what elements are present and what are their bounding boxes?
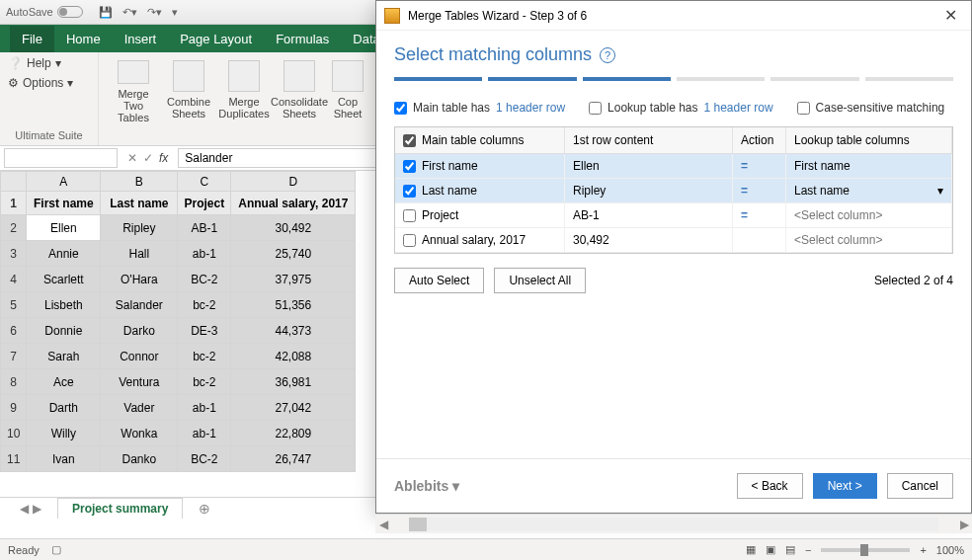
merge-duplicates-button[interactable]: MergeDuplicates	[217, 56, 271, 127]
cell[interactable]: Wonka	[101, 421, 178, 446]
cell[interactable]: Hall	[101, 241, 178, 267]
header-cell[interactable]: First name	[27, 192, 101, 215]
cancel-button[interactable]: Cancel	[887, 473, 953, 499]
cell[interactable]: 37,975	[231, 267, 356, 292]
add-sheet-button[interactable]: ⊕	[189, 501, 220, 517]
row-header[interactable]: 3	[1, 241, 27, 267]
cell[interactable]: Annie	[27, 241, 101, 267]
cell[interactable]: BC-2	[178, 267, 231, 292]
cell[interactable]: Ace	[27, 369, 101, 395]
help-button[interactable]: ❔Help ▾	[8, 56, 90, 70]
select-all-columns-checkbox[interactable]	[403, 134, 416, 147]
row-header[interactable]: 6	[1, 318, 27, 344]
tab-file[interactable]: File	[10, 26, 54, 52]
cell[interactable]: BC-2	[178, 446, 231, 472]
lookup-column-select[interactable]: <Select column>	[786, 228, 952, 252]
auto-select-button[interactable]: Auto Select	[394, 268, 484, 293]
cell[interactable]: Darko	[101, 318, 178, 344]
main-header-link[interactable]: 1 header row	[496, 101, 565, 115]
scroll-left-icon[interactable]: ◀	[375, 518, 391, 531]
accept-formula-icon[interactable]: ✓	[143, 151, 153, 165]
merge-two-tables-button[interactable]: MergeTwo Tables	[107, 56, 160, 127]
row-header[interactable]: 7	[1, 344, 27, 369]
worksheet-grid[interactable]: A B C D 1First nameLast nameProjectAnnua…	[0, 171, 356, 472]
cell[interactable]: 44,373	[231, 318, 356, 344]
options-button[interactable]: ⚙Options ▾	[8, 76, 90, 90]
cell[interactable]: Ivan	[27, 446, 101, 472]
zoom-in-icon[interactable]: +	[920, 544, 926, 556]
case-sensitive-checkbox[interactable]: Case-sensitive matching	[797, 101, 945, 115]
header-cell[interactable]: Annual salary, 2017	[231, 192, 356, 215]
view-page-layout-icon[interactable]: ▣	[766, 543, 775, 556]
cell[interactable]: Willy	[27, 421, 101, 446]
dialog-titlebar[interactable]: Merge Tables Wizard - Step 3 of 6 ✕	[376, 1, 971, 31]
cell[interactable]: Vader	[101, 395, 178, 421]
next-button[interactable]: Next >	[813, 473, 877, 499]
consolidate-sheets-button[interactable]: ConsolidateSheets	[273, 56, 326, 127]
cell[interactable]: Ellen	[27, 215, 101, 241]
cell[interactable]: 22,809	[231, 421, 356, 446]
matching-row[interactable]: Last nameRipley=Last name▾	[395, 179, 952, 203]
lookup-column-select[interactable]: First name	[786, 154, 952, 178]
back-button[interactable]: < Back	[737, 473, 803, 499]
cell[interactable]: O'Hara	[101, 267, 178, 292]
sheet-tab-active[interactable]: Project summary	[57, 498, 183, 519]
matching-row[interactable]: First nameEllen=First name	[395, 154, 952, 179]
cell[interactable]: DE-3	[178, 318, 231, 344]
row-header[interactable]: 5	[1, 292, 27, 318]
row-checkbox[interactable]	[403, 234, 416, 247]
cell[interactable]: Scarlett	[27, 267, 101, 292]
col-header-D[interactable]: D	[231, 172, 356, 192]
cell[interactable]: 26,747	[231, 446, 356, 472]
cell[interactable]: bc-2	[178, 369, 231, 395]
unselect-all-button[interactable]: Unselect All	[494, 268, 586, 293]
row-header[interactable]: 2	[1, 215, 27, 241]
ablebits-brand[interactable]: Ablebits ▾	[394, 478, 459, 494]
lookup-header-link[interactable]: 1 header row	[704, 101, 773, 115]
select-all-cell[interactable]	[1, 172, 27, 192]
matching-row[interactable]: Annual salary, 201730,492<Select column>	[395, 228, 952, 253]
row-header[interactable]: 4	[1, 267, 27, 292]
tab-home[interactable]: Home	[54, 26, 113, 52]
matching-row[interactable]: ProjectAB-1=<Select column>	[395, 203, 952, 228]
cell[interactable]: 27,042	[231, 395, 356, 421]
sheet-nav-prev-icon[interactable]: ◀	[20, 502, 29, 516]
name-box[interactable]	[4, 148, 118, 168]
chevron-down-icon[interactable]: ▾	[937, 184, 943, 198]
cell[interactable]: 25,740	[231, 241, 356, 267]
horizontal-scrollbar[interactable]: ◀ ▶	[375, 514, 972, 533]
cell[interactable]: ab-1	[178, 395, 231, 421]
cell[interactable]: Lisbeth	[27, 292, 101, 318]
cell[interactable]: bc-2	[178, 344, 231, 369]
autosave-switch-icon[interactable]	[57, 6, 83, 18]
header-cell[interactable]: Project	[178, 192, 231, 215]
row-header[interactable]: 11	[1, 446, 27, 472]
tab-insert[interactable]: Insert	[113, 26, 169, 52]
save-icon[interactable]: 💾	[99, 6, 113, 19]
cell[interactable]: Donnie	[27, 318, 101, 344]
qat-more-icon[interactable]: ▾	[172, 6, 178, 19]
col-header-B[interactable]: B	[101, 172, 178, 192]
lookup-column-select[interactable]: <Select column>	[786, 203, 952, 227]
lookup-table-header-checkbox[interactable]: Lookup table has 1 header row	[589, 101, 772, 115]
zoom-out-icon[interactable]: −	[805, 544, 811, 556]
undo-icon[interactable]: ↶▾	[122, 6, 137, 19]
cell[interactable]: AB-1	[178, 215, 231, 241]
row-checkbox[interactable]	[403, 209, 416, 222]
lookup-column-select[interactable]: Last name▾	[786, 179, 952, 202]
col-header-C[interactable]: C	[178, 172, 231, 192]
row-header[interactable]: 9	[1, 395, 27, 421]
scroll-thumb[interactable]	[409, 518, 427, 531]
row-header[interactable]: 1	[1, 192, 27, 215]
tab-formulas[interactable]: Formulas	[264, 26, 341, 52]
cell[interactable]: Salander	[101, 292, 178, 318]
cell[interactable]: Connor	[101, 344, 178, 369]
cell[interactable]: Darth	[27, 395, 101, 421]
cell[interactable]: bc-2	[178, 292, 231, 318]
help-icon[interactable]: ?	[600, 47, 615, 63]
tab-page-layout[interactable]: Page Layout	[168, 26, 264, 52]
combine-sheets-button[interactable]: CombineSheets	[162, 56, 215, 127]
row-checkbox[interactable]	[403, 160, 416, 173]
copy-sheets-button[interactable]: CopSheet	[328, 56, 367, 127]
cell[interactable]: 36,981	[231, 369, 356, 395]
